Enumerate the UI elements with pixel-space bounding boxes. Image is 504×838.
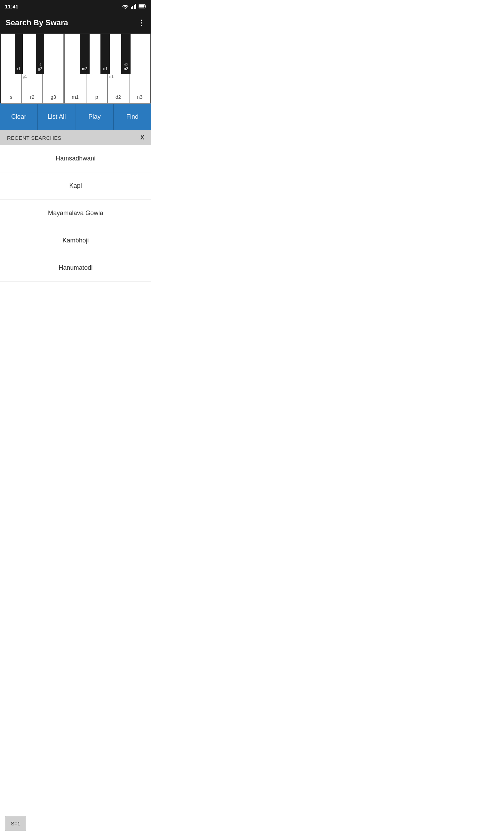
m2-bottom-label: m2 [82,66,87,71]
list-item[interactable]: Kambhoji [0,227,151,254]
recent-searches-title: RECENT SEARCHES [7,135,62,141]
d1-bottom-label: d1 [103,66,107,71]
wifi-icon [122,4,129,9]
list-item[interactable]: Mayamalava Gowla [0,200,151,227]
white-key-n3[interactable]: n3 [129,34,150,104]
action-buttons: Clear List All Play Find [0,103,151,130]
r1-bottom-label: r1 [17,66,20,71]
piano: s r2 g3 r1 r3 g2 g1 [0,33,151,103]
black-key-d1[interactable]: d1 [100,34,110,74]
find-button[interactable]: Find [114,103,151,130]
key-g3-label: g3 [50,94,56,100]
svg-rect-2 [134,5,135,9]
n2-bottom-label: n2 [124,66,128,71]
list-item[interactable]: Hamsadhwani [0,145,151,172]
key-m1-label: m1 [72,94,78,100]
black-key-m2[interactable]: m2 [80,34,89,74]
search-results-list: Hamsadhwani Kapi Mayamalava Gowla Kambho… [0,145,151,282]
svg-rect-0 [131,7,132,9]
g2-bottom-label: g2 [38,66,42,71]
black-key-g2[interactable]: r3 g2 [36,34,44,74]
black-key-r1[interactable]: r1 [15,34,23,74]
g2-top-label: r3 [39,63,42,66]
status-icons [122,4,146,9]
more-options-icon[interactable]: ⋮ [138,18,146,27]
clear-button[interactable]: Clear [0,103,38,130]
svg-rect-6 [139,5,145,8]
app-title: Search By Swara [6,18,68,27]
list-item[interactable]: Kapi [0,172,151,200]
clear-recent-button[interactable]: X [140,135,144,141]
svg-rect-3 [135,4,136,9]
n2-top-label: d3 [124,63,128,66]
battery-icon [139,4,146,8]
play-button[interactable]: Play [76,103,114,130]
piano-left-section: s r2 g3 r1 r3 g2 g1 [1,34,64,102]
key-s-label: s [10,94,13,100]
key-n3-label: n3 [137,94,142,100]
left-white-keys: s r2 g3 [1,34,64,104]
status-bar: 11:41 [0,0,151,13]
list-item[interactable]: Hanumatodi [0,254,151,282]
status-time: 11:41 [5,4,18,9]
app-bar: Search By Swara ⋮ [0,13,151,33]
key-p-label: p [95,94,98,100]
signal-icon [131,4,136,9]
svg-rect-1 [132,6,133,9]
piano-right-section: m1 p d2 n3 m2 d1 [64,34,150,102]
key-r2-label: r2 [30,94,34,100]
black-key-n2[interactable]: d3 n2 [121,34,131,74]
key-d2-label: d2 [115,94,121,100]
svg-rect-5 [146,6,146,7]
list-all-button[interactable]: List All [38,103,76,130]
white-key-g3[interactable]: g3 [43,34,64,104]
recent-searches-header: RECENT SEARCHES X [0,130,151,145]
